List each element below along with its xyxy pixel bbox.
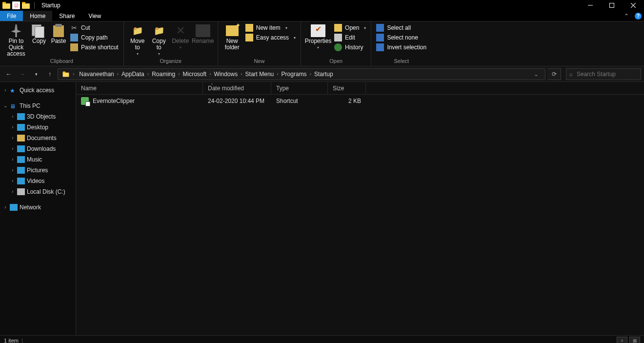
scissors-icon: ✂ <box>70 24 78 32</box>
breadcrumb-segment[interactable]: Start Menu <box>243 71 276 78</box>
qat-folder-icon[interactable] <box>21 1 30 10</box>
tree-this-pc[interactable]: ⌄ 🖥 This PC <box>0 101 76 111</box>
col-size-label: Size <box>333 85 344 92</box>
qat-item[interactable]: ☑ <box>12 1 20 10</box>
ribbon-group-clipboard: Pin to Quick access Copy Paste ✂Cut Copy… <box>0 21 124 66</box>
file-row[interactable]: EvernoteClipper24-02-2020 10:44 PMShortc… <box>76 95 644 107</box>
breadcrumb-segment[interactable]: Navaneethan <box>77 71 116 78</box>
paste-button[interactable]: Paste <box>49 22 68 44</box>
tree-item[interactable]: ›Pictures <box>7 165 76 176</box>
tab-home[interactable]: Home <box>23 11 52 21</box>
title-bar: ☑ Startup <box>0 0 644 11</box>
select-none-button[interactable]: Select none <box>374 33 428 42</box>
star-icon: ★ <box>10 87 18 94</box>
breadcrumb-segment[interactable]: Startup <box>312 71 335 78</box>
address-dropdown-button[interactable]: ⌄ <box>529 71 543 78</box>
edit-icon <box>334 34 342 41</box>
tree-item-label: Documents <box>27 134 57 142</box>
address-bar[interactable]: › Navaneethan›AppData›Roaming›Microsoft›… <box>58 68 545 80</box>
maximize-button[interactable] <box>601 0 623 11</box>
cut-button[interactable]: ✂Cut <box>68 23 121 32</box>
invert-selection-button[interactable]: Invert selection <box>374 43 428 52</box>
breadcrumb-segment[interactable]: Roaming <box>150 71 177 78</box>
col-type[interactable]: Type <box>271 82 328 94</box>
properties-button[interactable]: Properties ▾ <box>304 22 332 51</box>
pin-quick-access-button[interactable]: Pin to Quick access <box>3 22 29 57</box>
pin-icon <box>9 24 23 37</box>
collapse-ribbon-button[interactable]: ⌃ <box>621 11 632 21</box>
help-button[interactable]: ? <box>632 11 644 21</box>
history-label: History <box>345 44 363 51</box>
new-item-label: New item <box>256 24 281 31</box>
chevron-right-icon: › <box>146 71 150 77</box>
tree-item-label: Videos <box>27 177 44 185</box>
tree-item[interactable]: ›Videos <box>7 176 76 186</box>
tree-item-icon <box>17 113 25 120</box>
history-button[interactable]: History <box>332 43 368 52</box>
move-to-button[interactable]: 📁 Move to ▾ <box>127 22 148 57</box>
chevron-right-icon: › <box>177 71 181 77</box>
new-item-button[interactable]: New item▾ <box>243 23 298 32</box>
paste-icon <box>51 24 66 37</box>
tab-view[interactable]: View <box>81 11 108 21</box>
copy-button[interactable]: Copy <box>29 22 49 44</box>
easy-access-button[interactable]: Easy access▾ <box>243 33 298 42</box>
tree-item[interactable]: ›Desktop <box>7 122 76 133</box>
col-size[interactable]: Size <box>328 82 366 94</box>
search-input[interactable] <box>576 70 644 78</box>
history-icon <box>334 43 342 51</box>
tree-quick-access-label: Quick access <box>20 86 54 94</box>
tab-file[interactable]: File <box>0 11 23 21</box>
minimize-button[interactable] <box>580 0 601 11</box>
col-name[interactable]: Name <box>76 82 203 94</box>
select-all-button[interactable]: Select all <box>374 23 428 32</box>
up-button[interactable]: ↑ <box>44 68 56 80</box>
paste-shortcut-label: Paste shortcut <box>81 44 119 51</box>
new-folder-button[interactable]: New folder <box>221 22 243 51</box>
select-none-icon <box>376 34 384 41</box>
open-button[interactable]: Open▾ <box>332 23 368 32</box>
select-none-label: Select none <box>387 34 418 41</box>
file-date: 24-02-2020 10:44 PM <box>203 98 271 104</box>
tab-share[interactable]: Share <box>52 11 81 21</box>
status-count: 1 item <box>4 338 19 343</box>
chevron-right-icon: › <box>240 71 243 77</box>
tree-network[interactable]: › Network <box>0 202 76 213</box>
breadcrumb-segment[interactable]: Microsoft <box>181 71 209 78</box>
cut-label: Cut <box>81 24 90 31</box>
move-to-label: Move to <box>130 38 144 51</box>
status-bar: 1 item | ≡ ▦ <box>0 335 644 343</box>
tree-item-label: Downloads <box>27 145 56 153</box>
paste-shortcut-button[interactable]: Paste shortcut <box>68 43 121 52</box>
tree-item[interactable]: ›Documents <box>7 133 76 143</box>
thumbnails-view-button[interactable]: ▦ <box>629 337 640 343</box>
properties-label: Properties <box>305 38 332 44</box>
close-button[interactable] <box>623 0 644 11</box>
breadcrumb-segment[interactable]: Programs <box>280 71 309 78</box>
recent-locations-button[interactable]: ▾ <box>30 68 42 80</box>
copy-label: Copy <box>32 38 46 44</box>
back-button[interactable]: ← <box>3 68 15 80</box>
refresh-button[interactable]: ⟳ <box>547 68 561 80</box>
open-group-label: Open <box>304 58 368 65</box>
rename-button[interactable]: Rename <box>191 22 215 44</box>
tree-item[interactable]: ›3D Objects <box>7 111 76 122</box>
tree-item[interactable]: ›Downloads <box>7 143 76 154</box>
breadcrumb-segment[interactable]: Windows <box>212 71 240 78</box>
details-view-button[interactable]: ≡ <box>617 337 627 343</box>
tree-item-label: Desktop <box>27 123 48 131</box>
breadcrumb-root-icon[interactable]: › <box>60 71 77 78</box>
delete-label: Delete <box>172 38 189 44</box>
breadcrumb-segment[interactable]: AppData <box>120 71 146 78</box>
organize-group-label: Organize <box>127 58 215 65</box>
tree-item[interactable]: ›Music <box>7 154 76 165</box>
tree-item-label: Pictures <box>27 166 48 174</box>
copy-to-button[interactable]: 📁 Copy to ▾ <box>148 22 170 57</box>
search-box[interactable]: ⌕ <box>566 68 641 80</box>
edit-button[interactable]: Edit <box>332 33 368 42</box>
copy-path-button[interactable]: Copy path <box>68 33 121 42</box>
tree-quick-access[interactable]: › ★ Quick access <box>0 85 76 96</box>
delete-button[interactable]: ✕ Delete ▾ <box>170 22 191 51</box>
forward-button[interactable]: → <box>17 68 28 80</box>
tree-item[interactable]: ›Local Disk (C:) <box>7 186 76 197</box>
